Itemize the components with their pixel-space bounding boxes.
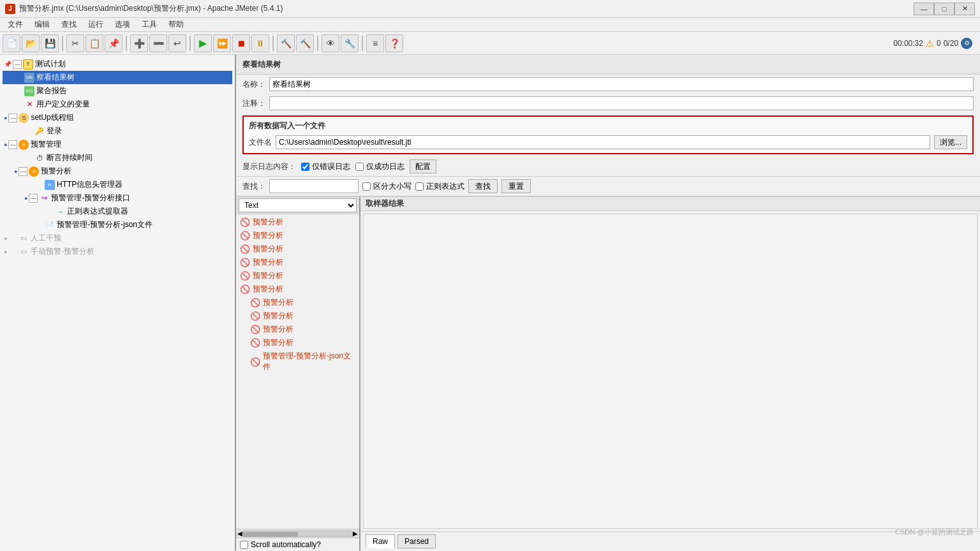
toolbar-new[interactable]: 📄 — [3, 34, 20, 52]
list-item[interactable]: 🚫 预警分析 — [236, 229, 359, 242]
toolbar-sep6 — [362, 36, 363, 51]
find-button[interactable]: 查找 — [468, 179, 498, 193]
parsed-tab-button[interactable]: Parsed — [397, 534, 436, 548]
name-row: 名称： — [236, 75, 980, 94]
toolbar-collapse[interactable]: ➖ — [149, 34, 167, 52]
menu-edit[interactable]: 编辑 — [29, 18, 55, 31]
list-item-text-2: 预警分析 — [253, 230, 283, 241]
minimize-button[interactable]: — — [914, 3, 934, 15]
tree-expander-alarm-analysis[interactable]: — — [19, 167, 27, 176]
toolbar-stop[interactable]: ⏹ — [232, 34, 250, 52]
tree-node-user-vars[interactable]: ✕ 用户定义的变量 — [3, 98, 232, 111]
regex-checkbox[interactable] — [415, 182, 424, 191]
tree-node-test-plan[interactable]: 📌 — T 测试计划 — [3, 57, 232, 71]
tree-label-test-plan: 测试计划 — [35, 59, 66, 70]
tree-node-manual-intervention[interactable]: ● ▭ 人工干预 — [3, 231, 232, 245]
tree-node-alarm-analysis[interactable]: ● — A 预警分析 — [3, 165, 232, 178]
list-item[interactable]: 🚫 预警分析 — [236, 256, 359, 269]
toolbar-clear-all[interactable]: 🔨 — [296, 34, 314, 52]
tree-icon-json-file: 📄 — [45, 220, 55, 230]
tree-node-regex-extractor[interactable]: → 正则表达式提取器 — [3, 205, 232, 218]
toolbar-toggle[interactable]: ↩ — [168, 34, 186, 52]
scroll-right-btn[interactable]: ▶ — [353, 530, 358, 537]
menu-run[interactable]: 运行 — [83, 18, 108, 31]
tree-node-aggregate-report[interactable]: AG 聚合报告 — [3, 84, 232, 98]
result-panel-title: 取样器结果 — [366, 198, 404, 209]
toolbar-copy[interactable]: 📋 — [85, 34, 103, 52]
tree-node-alarm-interface[interactable]: ● — ↪ 预警管理-预警分析接口 — [3, 191, 232, 205]
case-sensitive-checkbox[interactable] — [362, 182, 371, 191]
view-dropdown[interactable]: Text Raw — [239, 198, 357, 212]
list-item[interactable]: 🚫 预警管理-预警分析-json文件 — [236, 349, 359, 374]
tree-icon-regex: → — [55, 207, 65, 217]
maximize-button[interactable]: □ — [934, 3, 954, 15]
tree-node-view-results-tree[interactable]: VR 察看结果树 — [3, 71, 232, 84]
tree-label-alarm-analysis: 预警分析 — [41, 166, 71, 177]
auto-scroll-checkbox[interactable] — [240, 541, 248, 549]
menu-file[interactable]: 文件 — [3, 18, 28, 31]
reset-button[interactable]: 重置 — [501, 179, 531, 193]
error-icon-4: 🚫 — [240, 258, 250, 267]
tree-icon-test-plan: T — [23, 59, 33, 70]
toolbar-open[interactable]: 📂 — [22, 34, 40, 52]
menu-help[interactable]: 帮助 — [163, 18, 189, 31]
tree-label-login: 登录 — [47, 126, 62, 136]
close-button[interactable]: ✕ — [954, 3, 975, 15]
toolbar-run[interactable]: ▶ — [194, 34, 212, 52]
pin-icon-manual-alarm: ● — [4, 249, 7, 255]
toolbar-run-no-pause[interactable]: ⏩ — [213, 34, 231, 52]
tree-expander-test-plan[interactable]: — — [13, 60, 22, 69]
list-item[interactable]: 🚫 预警分析 — [236, 309, 359, 323]
menu-options[interactable]: 选项 — [110, 18, 135, 31]
tree-node-alarm-json-file[interactable]: 📄 预警管理-预警分析-json文件 — [3, 218, 232, 231]
list-horizontal-scrollbar[interactable]: ◀ ▶ — [236, 529, 359, 538]
file-row: 文件名 浏览... — [249, 135, 967, 149]
toolbar-help[interactable]: ❓ — [385, 34, 403, 52]
tree-icon-http-mgr: H — [45, 180, 55, 190]
menu-search[interactable]: 查找 — [56, 18, 82, 31]
tree-expander-alarm-mgmt[interactable]: — — [8, 140, 17, 149]
comment-input[interactable] — [269, 96, 974, 110]
list-item[interactable]: 🚫 预警分析 — [236, 242, 359, 256]
toolbar-sep1 — [62, 36, 63, 51]
list-item[interactable]: 🚫 预警分析 — [236, 283, 359, 296]
toolbar-find[interactable]: 👁 — [322, 34, 339, 52]
toolbar-cut[interactable]: ✂ — [66, 34, 84, 52]
toolbar-settings[interactable]: 🔧 — [341, 34, 359, 52]
toolbar-expand[interactable]: ➕ — [130, 34, 148, 52]
tree-expander-alarm-interface[interactable]: — — [29, 194, 38, 203]
scroll-left-btn[interactable]: ◀ — [237, 530, 242, 537]
config-button[interactable]: 配置 — [410, 159, 436, 173]
toolbar-paste[interactable]: 📌 — [105, 34, 122, 52]
list-item-text-9: 预警分析 — [263, 324, 293, 335]
list-item[interactable]: 🚫 预警分析 — [236, 336, 359, 349]
browse-button[interactable]: 浏览... — [934, 135, 967, 149]
search-input[interactable] — [269, 179, 359, 193]
list-item[interactable]: 🚫 预警分析 — [236, 323, 359, 336]
menu-tools[interactable]: 工具 — [137, 18, 162, 31]
tree-node-alarm-mgmt[interactable]: ● — A 预警管理 — [3, 138, 232, 151]
settings-circle[interactable]: ⚙ — [961, 38, 972, 49]
raw-tab-button[interactable]: Raw — [366, 534, 395, 548]
tree-icon-aggregate: AG — [24, 86, 34, 96]
result-footer: Raw Parsed — [360, 531, 980, 551]
list-item[interactable]: 🚫 预警分析 — [236, 269, 359, 283]
toolbar-log[interactable]: ≡ — [366, 34, 384, 52]
tree-node-http-mgr[interactable]: H HTTP信息头管理器 — [3, 178, 232, 191]
tree-node-login[interactable]: 🔑 登录 — [3, 124, 232, 138]
file-input[interactable] — [276, 135, 930, 149]
tree-expander-setup[interactable]: — — [8, 114, 17, 122]
tree-node-hold-time[interactable]: ⏱ 断言持续时间 — [3, 151, 232, 165]
list-item[interactable]: 🚫 预警分析 — [236, 296, 359, 309]
name-input[interactable] — [269, 77, 974, 91]
toolbar-save[interactable]: 💾 — [41, 34, 59, 52]
tree-label-alarm-interface: 预警管理-预警分析接口 — [51, 193, 130, 203]
toolbar-shutdown[interactable]: ⏸ — [251, 34, 269, 52]
list-item[interactable]: 🚫 预警分析 — [236, 216, 359, 229]
success-log-checkbox[interactable] — [355, 163, 364, 171]
tree-node-setup-group[interactable]: ● — S setUp线程组 — [3, 111, 232, 124]
tree-node-manual-alarm[interactable]: ● ▭ 手动预警-预警分析 — [3, 245, 232, 258]
error-log-checkbox[interactable] — [301, 163, 309, 171]
tree-label-http-mgr: HTTP信息头管理器 — [57, 179, 122, 190]
toolbar-clear[interactable]: 🔨 — [277, 34, 295, 52]
